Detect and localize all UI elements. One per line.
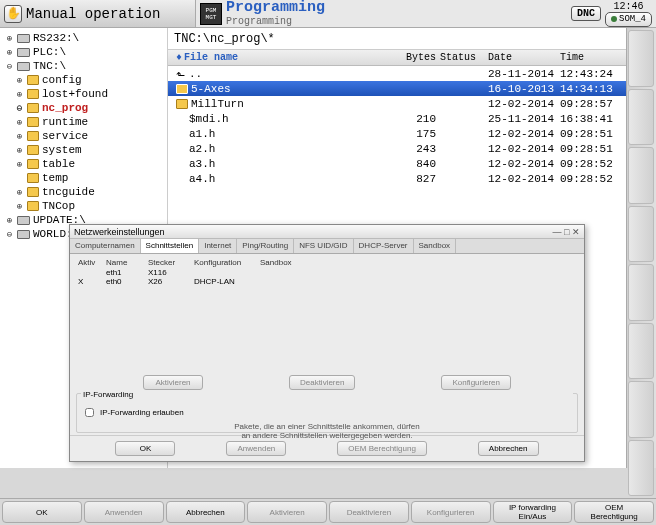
path-bar: TNC:\nc_prog\* [168,28,626,50]
dialog-footer-button[interactable]: Anwenden [226,441,286,456]
file-name: a2.h [189,143,215,155]
file-row[interactable]: a4.h82712-02-201409:28:52 [168,171,626,186]
network-settings-dialog: Netzwerkeinstellungen — □ ✕ Computername… [69,224,585,462]
softkey[interactable]: Abbrechen [166,501,246,523]
tree-item[interactable]: ⊕TNCop [3,199,167,213]
tree-item[interactable]: ⊕tncguide [3,185,167,199]
dialog-button[interactable]: Aktivieren [143,375,203,390]
expand-icon[interactable]: ⊕ [5,33,14,44]
tree-item-label: system [42,144,82,156]
expand-icon[interactable]: ⊕ [15,89,24,100]
pgm-mgt-icon: PGM MGT [200,3,222,25]
mode-programming[interactable]: PGM MGT Programming Programming [196,0,567,27]
tree-item-label: table [42,158,75,170]
expand-icon[interactable]: ⊕ [15,75,24,86]
interface-row[interactable]: Xeth0X26DHCP-LAN [76,277,578,286]
tree-item[interactable]: ⊕table [3,157,167,171]
expand-icon[interactable]: ⊕ [15,159,24,170]
ip-forwarding-checkbox[interactable]: IP-Forwarding erlauben [81,405,573,420]
interface-row[interactable]: eth1X116 [76,268,578,277]
tree-item[interactable]: ⊕service [3,129,167,143]
ip-forwarding-note: Pakete, die an einer Schnittstelle ankom… [81,422,573,440]
file-time: 14:34:13 [560,83,618,95]
softkey[interactable]: Konfigurieren [411,501,491,523]
tree-item-label: runtime [42,116,88,128]
dialog-tab[interactable]: Ping/Routing [237,239,294,253]
dialog-tab[interactable]: Schnittstellen [141,239,200,253]
expand-icon[interactable]: ⊖ [15,103,24,114]
tree-item[interactable]: ⊕system [3,143,167,157]
file-row[interactable]: 5-Axes16-10-201314:34:13 [168,81,626,96]
softkey[interactable]: IP forwarding Ein/Aus [493,501,573,523]
expand-icon[interactable]: ⊖ [5,229,14,240]
dialog-controls[interactable]: — □ ✕ [553,227,580,237]
tree-item-label: tncguide [42,186,95,198]
expand-icon[interactable]: ⊕ [15,201,24,212]
right-softkey[interactable] [628,440,654,497]
dialog-tab[interactable]: Computernamen [70,239,141,253]
dialog-footer-button[interactable]: OEM Berechtigung [337,441,427,456]
expand-icon[interactable]: ⊕ [15,117,24,128]
file-row[interactable]: a1.h17512-02-201409:28:51 [168,126,626,141]
tree-item[interactable]: temp [3,171,167,185]
expand-icon[interactable]: ⊕ [15,131,24,142]
drive-icon [17,216,30,225]
file-name: a3.h [189,158,215,170]
file-row[interactable]: a3.h84012-02-201409:28:52 [168,156,626,171]
tree-item[interactable]: ⊕RS232:\ [3,31,167,45]
right-softkey-column[interactable] [626,28,656,498]
right-softkey[interactable] [628,147,654,204]
right-softkey[interactable] [628,381,654,438]
expand-icon[interactable]: ⊕ [5,47,14,58]
tree-item-label: lost+found [42,88,108,100]
file-date: 12-02-2014 [488,98,560,110]
right-softkey[interactable] [628,206,654,263]
dialog-footer-button[interactable]: OK [115,441,175,456]
tree-item-label: RS232:\ [33,32,79,44]
tree-item[interactable]: ⊖TNC:\ [3,59,167,73]
dnc-badge[interactable]: DNC [571,6,601,21]
tree-item-label: PLC:\ [33,46,66,58]
folder-icon [27,145,39,155]
folder-icon [176,99,188,109]
expand-icon[interactable]: ⊖ [5,61,14,72]
tree-item[interactable]: ⊕runtime [3,115,167,129]
dialog-tab[interactable]: NFS UID/GID [294,239,353,253]
tree-item[interactable]: ⊖nc_prog [3,101,167,115]
file-row[interactable]: a2.h24312-02-201409:28:51 [168,141,626,156]
softkey[interactable]: OEM Berechtigung [574,501,654,523]
dialog-footer-button[interactable]: Abbrechen [478,441,539,456]
right-softkey[interactable] [628,89,654,146]
file-bytes: 840 [386,158,436,170]
som-selector[interactable]: SOM_4 [605,12,652,27]
file-time: 09:28:52 [560,158,618,170]
softkey[interactable]: Anwenden [84,501,164,523]
dialog-tab[interactable]: Internet [199,239,237,253]
dialog-button[interactable]: Deaktivieren [289,375,355,390]
expand-icon[interactable]: ⊕ [15,187,24,198]
folder-icon [27,75,39,85]
folder-icon [27,131,39,141]
file-icon [176,159,186,169]
expand-icon[interactable]: ⊕ [5,215,14,226]
file-list-header[interactable]: ♦ File name Bytes Status Date Time [168,50,626,66]
right-softkey[interactable] [628,30,654,87]
softkey[interactable]: Deaktivieren [329,501,409,523]
right-softkey[interactable] [628,264,654,321]
ip-forwarding-group: IP-Forwarding IP-Forwarding erlauben Pak… [76,393,578,433]
file-row[interactable]: ⬑..28-11-201412:43:24 [168,66,626,81]
dialog-tab[interactable]: DHCP-Server [354,239,414,253]
file-row[interactable]: MillTurn12-02-201409:28:57 [168,96,626,111]
right-softkey[interactable] [628,323,654,380]
file-row[interactable]: $mdi.h21025-11-201416:38:41 [168,111,626,126]
tree-item[interactable]: ⊕config [3,73,167,87]
softkey[interactable]: Aktivieren [247,501,327,523]
tree-item[interactable]: ⊕PLC:\ [3,45,167,59]
tree-item[interactable]: ⊕lost+found [3,87,167,101]
dialog-tab[interactable]: Sandbox [414,239,457,253]
expand-icon[interactable]: ⊕ [15,145,24,156]
mode-manual-operation[interactable]: ✋ Manual operation [0,0,196,27]
softkey[interactable]: OK [2,501,82,523]
tree-item-label: temp [42,172,68,184]
dialog-button[interactable]: Konfigurieren [441,375,511,390]
